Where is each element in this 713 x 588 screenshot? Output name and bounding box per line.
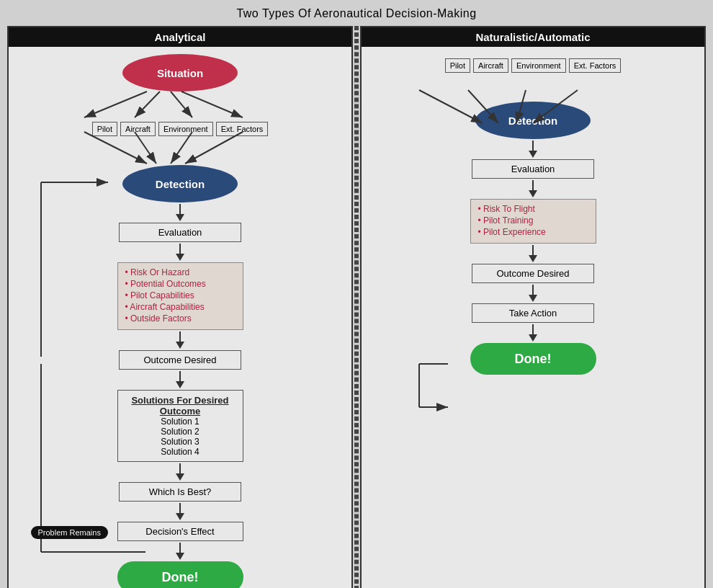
problem-remains-pill: Problem Remains xyxy=(31,526,108,539)
r-arrowhead5 xyxy=(529,334,537,342)
r-arrow3 xyxy=(529,245,537,262)
r-arrow-line5 xyxy=(532,324,534,334)
solution3: Solution 3 xyxy=(125,437,236,447)
analytical-header: Analytical xyxy=(9,27,351,47)
arrowhead3 xyxy=(176,342,184,349)
arrow-line5 xyxy=(179,463,181,473)
arrowhead1 xyxy=(176,214,184,221)
take-action-box: Take Action xyxy=(472,303,594,323)
factor-pilot: Pilot xyxy=(92,122,117,136)
arrow4 xyxy=(176,371,184,388)
r-arrow-line1 xyxy=(532,141,534,151)
right-factor-row: Pilot Aircraft Environment Ext. Factors xyxy=(445,58,622,73)
solutions-title: Solutions For Desired Outcome xyxy=(125,395,236,416)
decisions-effect-wrapper: Decision's Effect Problem Remains xyxy=(117,522,243,541)
right-factor-environment: Environment xyxy=(511,58,566,73)
left-solutions-box: Solutions For Desired Outcome Solution 1… xyxy=(117,390,243,462)
r-arrow-line4 xyxy=(532,285,534,295)
arrow-line6 xyxy=(179,503,181,513)
right-done-button: Done! xyxy=(470,343,596,375)
arrow-line4 xyxy=(179,371,181,381)
arrow5 xyxy=(176,463,184,481)
arrow-line7 xyxy=(179,543,181,553)
r-arrow2 xyxy=(529,180,537,197)
naturalistic-header: Naturalistic/Automatic xyxy=(362,27,704,47)
situation-ellipse: Situation xyxy=(122,54,238,92)
left-eval-bullets: • Risk Or Hazard • Potential Outcomes • … xyxy=(117,262,243,330)
right-flow-col: Pilot Aircraft Environment Ext. Factors … xyxy=(362,54,704,375)
factor-ext: Ext. Factors xyxy=(216,122,269,136)
left-flow-col: Situation Pilot Aircraft Environment Ext… xyxy=(9,54,351,588)
arrow1 xyxy=(176,204,184,221)
r-arrowhead1 xyxy=(529,151,537,158)
left-outcome-box: Outcome Desired xyxy=(119,350,241,370)
arrowhead6 xyxy=(176,513,184,520)
panel-divider xyxy=(354,26,359,588)
solution2: Solution 2 xyxy=(125,427,236,437)
arrow6 xyxy=(176,503,184,520)
arrow2 xyxy=(176,244,184,261)
r-arrow-line3 xyxy=(532,245,534,255)
page-title: Two Types Of Aeronautical Decision-Makin… xyxy=(236,7,476,20)
bullet2: • Potential Outcomes xyxy=(125,279,236,289)
factor-aircraft: Aircraft xyxy=(120,122,156,136)
arrow-line2 xyxy=(179,244,181,254)
analytical-flow: Situation Pilot Aircraft Environment Ext… xyxy=(9,54,351,588)
r-arrow1 xyxy=(529,141,537,158)
naturalistic-panel: Naturalistic/Automatic xyxy=(360,26,706,588)
r-arrowhead3 xyxy=(529,255,537,262)
r-arrow5 xyxy=(529,324,537,342)
right-factor-aircraft: Aircraft xyxy=(473,58,508,73)
right-flow: Pilot Aircraft Environment Ext. Factors … xyxy=(362,54,704,588)
r-arrowhead2 xyxy=(529,190,537,197)
factor-environment: Environment xyxy=(158,122,213,136)
arrowhead4 xyxy=(176,381,184,388)
bullet5: • Outside Factors xyxy=(125,313,236,324)
which-is-best-box: Which Is Best? xyxy=(119,482,241,502)
left-evaluation-box: Evaluation xyxy=(119,223,241,242)
r-bullet3: • Pilot Experience xyxy=(478,227,588,237)
bullet3: • Pilot Capabilities xyxy=(125,290,236,300)
arrow-line1 xyxy=(179,204,181,214)
r-bullet1: • Risk To Flight xyxy=(478,204,588,214)
r-arrowhead4 xyxy=(529,295,537,302)
right-detection-spacer: Detection xyxy=(475,102,591,139)
right-eval-bullets: • Risk To Flight • Pilot Training • Pilo… xyxy=(470,199,596,244)
arrowhead5 xyxy=(176,473,184,481)
arrowhead7 xyxy=(176,553,184,560)
left-detection-ellipse: Detection xyxy=(122,165,238,202)
r-arrow-line2 xyxy=(532,180,534,190)
bullet4: • Aircraft Capabilities xyxy=(125,302,236,312)
right-detection-ellipse: Detection xyxy=(475,102,591,139)
right-evaluation-box: Evaluation xyxy=(472,159,594,179)
right-factor-ext: Ext. Factors xyxy=(569,58,622,73)
decisions-effect-box: Decision's Effect xyxy=(117,522,243,541)
arrow-line3 xyxy=(179,331,181,342)
solution4: Solution 4 xyxy=(125,447,236,457)
analytical-panel: Analytical xyxy=(7,26,353,588)
arrow7 xyxy=(176,543,184,560)
bullet1: • Risk Or Hazard xyxy=(125,267,236,277)
arrowhead2 xyxy=(176,254,184,261)
right-factor-pilot: Pilot xyxy=(445,58,470,73)
r-bullet2: • Pilot Training xyxy=(478,215,588,226)
right-outcome-box: Outcome Desired xyxy=(472,264,594,283)
arrow3 xyxy=(176,331,184,349)
left-done-button: Done! xyxy=(117,561,243,588)
left-detection-spacer: Detection xyxy=(122,165,238,202)
r-arrow4 xyxy=(529,285,537,302)
left-factor-row: Pilot Aircraft Environment Ext. Factors xyxy=(92,122,269,136)
solution1: Solution 1 xyxy=(125,416,236,427)
